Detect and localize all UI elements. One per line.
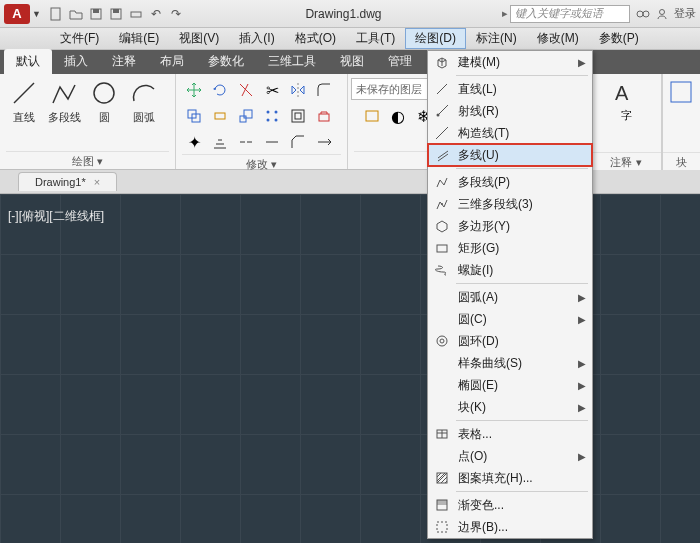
menu-item-3[interactable]: 射线(R) <box>428 100 592 122</box>
open-icon[interactable] <box>67 5 85 23</box>
svg-point-8 <box>660 9 665 14</box>
erase-icon[interactable] <box>312 104 336 128</box>
menu-item-25[interactable]: 边界(B)... <box>428 516 592 538</box>
panel-block-title[interactable]: 块 <box>663 152 700 170</box>
blank-icon <box>434 311 450 327</box>
menu-7[interactable]: 标注(N) <box>466 28 527 49</box>
menu-item-15[interactable]: 圆环(D) <box>428 330 592 352</box>
menu-item-label: 直线(L) <box>458 81 497 98</box>
extend-icon[interactable]: ✂ <box>260 78 284 102</box>
pline-icon <box>434 174 450 190</box>
layer-off-icon[interactable]: ◐ <box>386 104 410 128</box>
drawing-tab[interactable]: Drawing1* × <box>18 172 117 191</box>
infocenter-icon[interactable] <box>636 7 650 21</box>
menu-item-11[interactable]: 螺旋(I) <box>428 259 592 281</box>
save-icon[interactable] <box>87 5 105 23</box>
explode-icon[interactable]: ✦ <box>182 130 206 154</box>
text-label: 字 <box>621 108 632 123</box>
ribbon-tab-4[interactable]: 参数化 <box>196 49 256 74</box>
menu-item-4[interactable]: 构造线(T) <box>428 122 592 144</box>
ribbon: 直线 多段线 圆 圆弧 绘图 ▾ ✂ <box>0 74 700 170</box>
fillet-icon[interactable] <box>312 78 336 102</box>
scale-icon[interactable] <box>234 104 258 128</box>
menu-item-7[interactable]: 多段线(P) <box>428 171 592 193</box>
trim-icon[interactable] <box>234 78 258 102</box>
menu-item-16[interactable]: 样条曲线(S)▶ <box>428 352 592 374</box>
signin-label[interactable]: 登录 <box>674 6 696 21</box>
align-icon[interactable] <box>208 130 232 154</box>
ribbon-tab-5[interactable]: 三维工具 <box>256 49 328 74</box>
menu-item-20[interactable]: 表格... <box>428 423 592 445</box>
join-icon[interactable] <box>260 130 284 154</box>
menu-item-10[interactable]: 矩形(G) <box>428 237 592 259</box>
signin-icon[interactable] <box>656 8 668 20</box>
line-button[interactable]: 直线 <box>6 78 42 151</box>
search-input[interactable]: 键入关键字或短语 <box>510 5 630 23</box>
menu-item-13[interactable]: 圆弧(A)▶ <box>428 286 592 308</box>
menu-2[interactable]: 视图(V) <box>169 28 229 49</box>
menu-8[interactable]: 修改(M) <box>527 28 589 49</box>
menu-6[interactable]: 绘图(D) <box>405 28 466 49</box>
menu-item-8[interactable]: 三维多段线(3) <box>428 193 592 215</box>
menu-item-14[interactable]: 圆(C)▶ <box>428 308 592 330</box>
ribbon-tab-2[interactable]: 注释 <box>100 49 148 74</box>
array-icon[interactable] <box>260 104 284 128</box>
plot-icon[interactable] <box>127 5 145 23</box>
break-icon[interactable] <box>234 130 258 154</box>
close-tab-icon[interactable]: × <box>94 176 100 188</box>
menu-0[interactable]: 文件(F) <box>50 28 109 49</box>
polyline-button[interactable]: 多段线 <box>46 78 82 151</box>
svg-rect-33 <box>437 245 447 252</box>
ribbon-tab-0[interactable]: 默认 <box>4 49 52 74</box>
drawing-canvas[interactable]: [-][俯视][二维线框] <box>0 194 700 543</box>
text-icon[interactable]: A <box>611 78 641 108</box>
app-menu-arrow[interactable]: ▼ <box>32 9 41 19</box>
arc-button[interactable]: 圆弧 <box>126 78 162 151</box>
app-icon[interactable]: A <box>4 4 30 24</box>
undo-icon[interactable]: ↶ <box>147 5 165 23</box>
menu-item-label: 多边形(Y) <box>458 218 510 235</box>
menu-item-22[interactable]: 图案填充(H)... <box>428 467 592 489</box>
saveas-icon[interactable] <box>107 5 125 23</box>
copy-icon[interactable] <box>182 104 206 128</box>
move-icon[interactable] <box>182 78 206 102</box>
menu-9[interactable]: 参数(P) <box>589 28 649 49</box>
menu-item-18[interactable]: 块(K)▶ <box>428 396 592 418</box>
menu-4[interactable]: 格式(O) <box>285 28 346 49</box>
menu-5[interactable]: 工具(T) <box>346 28 405 49</box>
menu-item-24[interactable]: 渐变色... <box>428 494 592 516</box>
stretch-icon[interactable] <box>208 104 232 128</box>
mirror-icon[interactable] <box>286 78 310 102</box>
circle-button[interactable]: 圆 <box>86 78 122 151</box>
ribbon-tab-1[interactable]: 插入 <box>52 49 100 74</box>
block-icon[interactable] <box>667 78 697 108</box>
menu-1[interactable]: 编辑(E) <box>109 28 169 49</box>
arc-icon <box>129 78 159 108</box>
menu-item-0[interactable]: 建模(M)▶ <box>428 51 592 73</box>
menu-item-9[interactable]: 多边形(Y) <box>428 215 592 237</box>
menu-item-2[interactable]: 直线(L) <box>428 78 592 100</box>
svg-rect-14 <box>240 116 246 122</box>
menu-item-21[interactable]: 点(O)▶ <box>428 445 592 467</box>
rotate-icon[interactable] <box>208 78 232 102</box>
menu-item-5[interactable]: 多线(U) <box>428 144 592 166</box>
layer-props-icon[interactable] <box>360 104 384 128</box>
panel-annot-title[interactable]: 注释 ▾ <box>591 152 661 170</box>
svg-text:A: A <box>615 82 629 104</box>
menu-3[interactable]: 插入(I) <box>229 28 284 49</box>
chamfer-icon[interactable] <box>286 130 310 154</box>
offset-icon[interactable] <box>286 104 310 128</box>
ribbon-tab-7[interactable]: 管理 <box>376 49 424 74</box>
ribbon-tab-6[interactable]: 视图 <box>328 49 376 74</box>
menu-item-label: 圆弧(A) <box>458 289 498 306</box>
menu-item-17[interactable]: 椭圆(E)▶ <box>428 374 592 396</box>
viewport-label[interactable]: [-][俯视][二维线框] <box>8 208 104 225</box>
redo-icon[interactable]: ↷ <box>167 5 185 23</box>
donut-icon <box>434 333 450 349</box>
circle-label: 圆 <box>99 110 110 125</box>
lengthen-icon[interactable] <box>312 130 336 154</box>
panel-modify-title[interactable]: 修改 ▾ <box>182 154 341 172</box>
ribbon-tab-3[interactable]: 布局 <box>148 49 196 74</box>
new-icon[interactable] <box>47 5 65 23</box>
panel-draw-title[interactable]: 绘图 ▾ <box>6 151 169 169</box>
